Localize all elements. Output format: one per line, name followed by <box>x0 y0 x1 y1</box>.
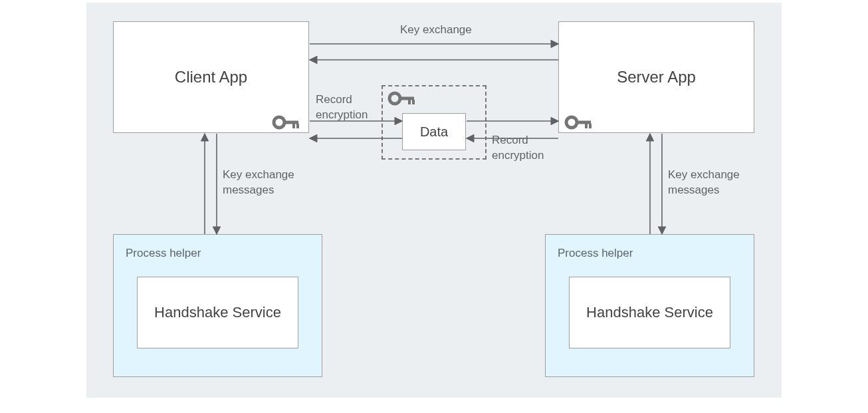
diagram-canvas: Client App Server App Data Process helpe… <box>86 3 782 398</box>
record-encryption-right-label: Record encryption <box>492 133 544 164</box>
handshake-service-left-label: Handshake Service <box>154 304 281 321</box>
key-exchange-label: Key exchange <box>400 23 472 38</box>
record-encryption-left-label: Record encryption <box>316 92 368 123</box>
client-app-label: Client App <box>175 68 247 86</box>
client-app-box: Client App <box>113 21 309 133</box>
key-exchange-messages-right-arrows <box>650 134 662 234</box>
key-exchange-messages-left-label: Key exchange messages <box>223 168 294 198</box>
process-helper-left-label: Process helper <box>126 247 201 260</box>
handshake-service-right-box: Handshake Service <box>569 277 730 348</box>
key-exchange-arrows <box>310 44 558 60</box>
key-exchange-messages-right-label: Key exchange messages <box>668 168 740 198</box>
server-app-label: Server App <box>617 68 696 86</box>
server-app-box: Server App <box>558 21 754 133</box>
handshake-service-left-box: Handshake Service <box>137 277 298 348</box>
key-exchange-messages-left-arrows <box>205 134 217 234</box>
process-helper-right-label: Process helper <box>558 247 633 260</box>
handshake-service-right-label: Handshake Service <box>586 304 713 321</box>
data-box: Data <box>402 113 466 150</box>
data-label: Data <box>420 124 448 140</box>
